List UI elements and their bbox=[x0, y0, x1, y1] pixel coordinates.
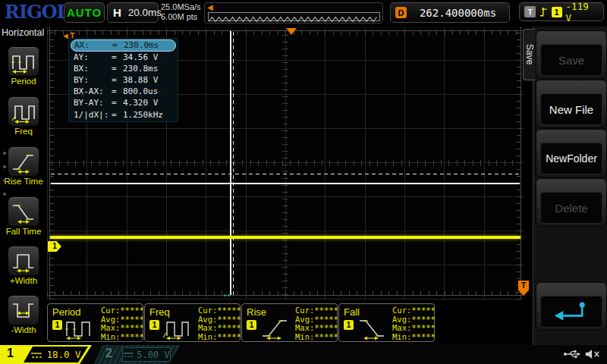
equals: = bbox=[112, 52, 123, 62]
cursor-value: 1.250kHz bbox=[123, 110, 173, 120]
new-folder-button-label: NewFolder bbox=[546, 152, 597, 165]
cursor-row-by: BY: = 38.88 V bbox=[71, 74, 176, 86]
trigger-level-value: -119 V bbox=[566, 1, 599, 24]
freq-icon bbox=[8, 97, 39, 126]
dc-coupling-icon bbox=[30, 351, 42, 359]
sample-rate: 25.0MSa/s bbox=[161, 2, 201, 12]
cursor-value: 4.320 V bbox=[123, 98, 173, 108]
cursor-ax-line[interactable] bbox=[230, 31, 231, 295]
scroll-dot bbox=[3, 179, 6, 182]
measure-panel-rise[interactable]: Rise 1 Cur:***** Avg:***** Max:***** Min… bbox=[241, 303, 338, 342]
usb-icon bbox=[563, 349, 581, 359]
dc-coupling-icon bbox=[123, 351, 134, 358]
measure-min: Min:***** bbox=[198, 333, 241, 342]
timebase-value: 20.0ms bbox=[128, 7, 162, 18]
trigger-position-marker[interactable] bbox=[286, 28, 297, 35]
measure-panel-freq[interactable]: Freq 1 Cur:***** Avg:***** Max:***** Min… bbox=[144, 303, 241, 342]
freq-icon bbox=[161, 315, 196, 340]
equals: = bbox=[112, 40, 124, 50]
channel2-scale: 5.00 V bbox=[137, 350, 169, 360]
cursor-label: BX-AX: bbox=[74, 86, 112, 96]
channel-badge: 1 bbox=[52, 320, 62, 330]
channel2-status[interactable]: 2 5.00 V bbox=[94, 345, 181, 364]
acquisition-status-text: AUTO bbox=[67, 6, 102, 19]
cursor-row-ay: AY: = 34.56 V bbox=[71, 52, 176, 63]
menu-tab-save: Save bbox=[523, 29, 535, 80]
period-icon bbox=[8, 47, 39, 76]
menu-item-label: -Width bbox=[0, 325, 47, 334]
cursor-row-bx-ax: BX-AX: = 800.0us bbox=[71, 86, 176, 97]
cursor-label: BY: bbox=[74, 75, 112, 85]
measure-panel-fall[interactable]: Fall 1 Cur:***** Avg:***** Max:***** Min… bbox=[338, 303, 435, 342]
menu-item-rise-time[interactable]: Rise Time bbox=[0, 147, 47, 188]
delete-button[interactable]: Delete bbox=[536, 178, 607, 227]
scroll-dot bbox=[3, 193, 6, 196]
trigger-delay-indicator: D 262.400000ms bbox=[390, 2, 510, 23]
menu-item-label: +Width bbox=[0, 276, 47, 285]
cursor-label: AY: bbox=[74, 52, 112, 62]
cursor-value: 230.8ms bbox=[123, 64, 173, 74]
cursor-ay-line[interactable] bbox=[51, 183, 520, 184]
equals: = bbox=[112, 75, 123, 85]
cursor-row-inv-dx: 1/|dX|: = 1.250kHz bbox=[71, 108, 176, 120]
rigol-logo: RIGOL bbox=[5, 1, 68, 23]
menu-item-fall-time[interactable]: Fall Time bbox=[0, 197, 47, 238]
display-window-box[interactable] bbox=[208, 12, 380, 21]
rise-icon bbox=[258, 315, 293, 340]
rising-edge-icon bbox=[539, 6, 548, 17]
equals: = bbox=[112, 98, 123, 108]
measure-cur: Cur:***** bbox=[198, 306, 241, 315]
channel1-ground-marker[interactable]: 1 bbox=[48, 241, 61, 252]
waveform-memory-preview: ◀ bbox=[204, 2, 383, 24]
measure-min: Min:***** bbox=[392, 333, 436, 342]
fall-time-icon bbox=[8, 197, 39, 226]
cursor-label: BX: bbox=[74, 64, 112, 74]
timebase-label: H bbox=[113, 6, 121, 19]
trigger-offscreen-arrow-icon: ◀ bbox=[207, 3, 213, 11]
menu-item-minus-width[interactable]: -Width bbox=[0, 296, 47, 337]
back-button[interactable] bbox=[536, 282, 607, 331]
equals: = bbox=[112, 110, 123, 120]
scroll-dot bbox=[3, 152, 6, 155]
sample-rate-block: 25.0MSa/s 6.00M pts bbox=[161, 2, 201, 22]
cursor-bx-line[interactable] bbox=[233, 31, 234, 295]
measure-min: Min:***** bbox=[295, 333, 338, 342]
cursor-label: BY-AY: bbox=[74, 98, 112, 108]
cursor-by-line[interactable] bbox=[51, 174, 520, 174]
menu-item-freq[interactable]: Freq bbox=[0, 97, 47, 138]
scroll-dot bbox=[3, 165, 6, 168]
acquisition-status-badge: AUTO bbox=[64, 2, 105, 23]
measure-cur: Cur:***** bbox=[101, 306, 144, 315]
memory-waveform-icon bbox=[209, 16, 379, 24]
measure-min: Min:***** bbox=[101, 333, 144, 342]
cursor-label: AX: bbox=[74, 40, 112, 50]
rise-time-icon bbox=[8, 147, 39, 176]
return-arrow-icon bbox=[550, 300, 593, 324]
menu-item-label: Rise Time bbox=[0, 177, 47, 186]
menu-item-plus-width[interactable]: +Width bbox=[0, 246, 47, 287]
cursor-label: 1/|dX|: bbox=[74, 110, 112, 120]
menu-item-label: Freq bbox=[0, 127, 47, 136]
channel2-scale-box: 5.00 V bbox=[122, 347, 171, 362]
trigger-badge: T bbox=[524, 6, 536, 17]
new-folder-button[interactable]: NewFolder bbox=[536, 129, 607, 177]
channel1-number: 1 bbox=[7, 347, 14, 360]
cursor-x-position-icon: ↔ bbox=[222, 287, 232, 300]
measure-panel-period[interactable]: Period 1 Cur:***** Avg:***** Max:***** M… bbox=[47, 303, 143, 342]
left-menu-title: Horizontal bbox=[2, 27, 44, 38]
delete-button-label: Delete bbox=[555, 202, 587, 215]
save-button[interactable]: Save bbox=[536, 30, 607, 79]
delay-badge: D bbox=[395, 7, 407, 18]
delay-value: 262.400000ms bbox=[407, 7, 509, 19]
fall-icon bbox=[355, 315, 390, 340]
memory-depth: 6.00M pts bbox=[161, 12, 201, 22]
new-file-button[interactable]: New File bbox=[536, 80, 607, 128]
measure-cur: Cur:***** bbox=[392, 306, 436, 315]
channel1-status[interactable]: 1 18.0 V bbox=[0, 345, 92, 364]
channel2-number: 2 bbox=[105, 347, 112, 360]
equals: = bbox=[112, 64, 123, 74]
menu-item-period[interactable]: Period bbox=[0, 47, 47, 88]
channel1-scale-box: 18.0 V bbox=[24, 347, 88, 362]
trigger-source-badge: 1 bbox=[552, 7, 562, 17]
cursor-value: 38.88 V bbox=[123, 75, 173, 85]
